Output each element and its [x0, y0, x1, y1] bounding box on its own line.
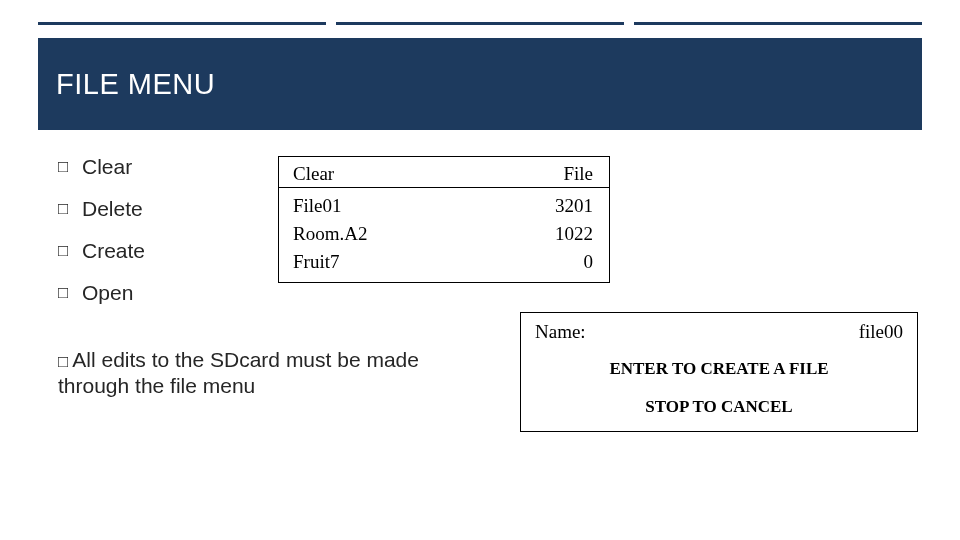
file-list-panel: Clear File File01 3201 Room.A2 1022 Frui… — [278, 156, 610, 283]
instruction-stop: STOP TO CANCEL — [535, 397, 903, 417]
bullet-box-icon: □ — [58, 157, 76, 177]
table-row: File01 3201 — [279, 192, 609, 220]
file-value: 3201 — [555, 195, 593, 217]
title-band: FILE MENU — [38, 38, 922, 130]
instruction-enter: ENTER TO CREATE A FILE — [535, 359, 903, 379]
name-label: Name: — [535, 321, 586, 343]
list-item-label: Create — [82, 239, 145, 263]
column-header-action: Clear — [293, 163, 334, 185]
bullet-box-icon: □ — [58, 199, 76, 219]
list-item-label: Clear — [82, 155, 132, 179]
column-header-file: File — [563, 163, 593, 185]
list-item-label: Open — [82, 281, 133, 305]
footnote: □All edits to the SDcard must be made th… — [58, 347, 488, 400]
name-value: file00 — [859, 321, 903, 343]
file-value: 0 — [584, 251, 594, 273]
accent-rule — [38, 22, 922, 33]
create-file-panel: Name: file00 ENTER TO CREATE A FILE STOP… — [520, 312, 918, 432]
list-item-label: Delete — [82, 197, 143, 221]
bullet-box-icon: □ — [58, 352, 68, 371]
bullet-box-icon: □ — [58, 283, 76, 303]
file-name: Fruit7 — [293, 251, 339, 273]
table-row: Fruit7 0 — [279, 248, 609, 276]
table-row: Room.A2 1022 — [279, 220, 609, 248]
file-name: File01 — [293, 195, 342, 217]
list-item: □ Open — [58, 281, 922, 305]
bullet-box-icon: □ — [58, 241, 76, 261]
footnote-text: All edits to the SDcard must be made thr… — [58, 348, 419, 397]
file-name: Room.A2 — [293, 223, 367, 245]
file-value: 1022 — [555, 223, 593, 245]
page-title: FILE MENU — [56, 68, 215, 101]
